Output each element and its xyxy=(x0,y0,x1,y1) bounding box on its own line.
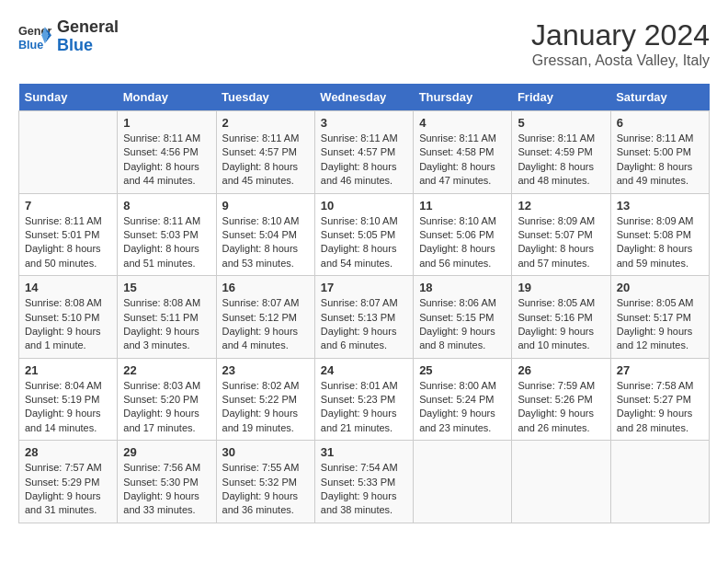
day-info: Sunrise: 8:11 AM Sunset: 4:56 PM Dayligh… xyxy=(123,132,200,186)
day-number: 14 xyxy=(25,281,111,294)
day-info: Sunrise: 8:10 AM Sunset: 5:05 PM Dayligh… xyxy=(321,215,398,269)
day-info: Sunrise: 8:11 AM Sunset: 4:58 PM Dayligh… xyxy=(419,132,496,186)
day-info: Sunrise: 7:54 AM Sunset: 5:33 PM Dayligh… xyxy=(321,462,398,515)
day-number: 30 xyxy=(222,445,309,459)
page-subtitle: Gressan, Aosta Valley, Italy xyxy=(531,52,710,69)
day-number: 22 xyxy=(123,363,210,377)
day-number: 17 xyxy=(321,281,407,294)
day-number: 21 xyxy=(25,363,111,377)
day-info: Sunrise: 7:58 AM Sunset: 5:27 PM Dayligh… xyxy=(617,380,694,433)
day-info: Sunrise: 8:10 AM Sunset: 5:04 PM Dayligh… xyxy=(222,215,300,269)
day-number: 6 xyxy=(617,116,703,130)
day-info: Sunrise: 7:59 AM Sunset: 5:26 PM Dayligh… xyxy=(518,380,595,433)
calendar-cell xyxy=(414,441,512,523)
day-info: Sunrise: 8:07 AM Sunset: 5:13 PM Dayligh… xyxy=(321,297,398,350)
calendar-cell xyxy=(19,111,118,194)
weekday-header-tuesday: Tuesday xyxy=(216,84,314,111)
day-number: 25 xyxy=(419,363,506,377)
day-info: Sunrise: 8:02 AM Sunset: 5:22 PM Dayligh… xyxy=(222,380,300,433)
calendar-cell: 8Sunrise: 8:11 AM Sunset: 5:03 PM Daylig… xyxy=(118,193,216,276)
day-number: 10 xyxy=(321,199,407,213)
calendar-cell xyxy=(610,441,709,523)
day-number: 11 xyxy=(419,199,506,213)
day-number: 24 xyxy=(321,363,407,377)
page-title: January 2024 xyxy=(531,18,710,52)
weekday-header-sunday: Sunday xyxy=(19,84,118,111)
day-info: Sunrise: 8:09 AM Sunset: 5:08 PM Dayligh… xyxy=(617,215,694,269)
day-number: 5 xyxy=(518,116,604,130)
day-info: Sunrise: 8:10 AM Sunset: 5:06 PM Dayligh… xyxy=(419,215,496,269)
calendar-cell: 3Sunrise: 8:11 AM Sunset: 4:57 PM Daylig… xyxy=(314,111,413,194)
calendar-cell xyxy=(512,441,610,523)
day-info: Sunrise: 8:05 AM Sunset: 5:16 PM Dayligh… xyxy=(518,297,595,350)
day-number: 26 xyxy=(518,363,604,377)
calendar-cell: 4Sunrise: 8:11 AM Sunset: 4:58 PM Daylig… xyxy=(414,111,512,194)
calendar-cell: 11Sunrise: 8:10 AM Sunset: 5:06 PM Dayli… xyxy=(414,193,512,276)
day-info: Sunrise: 8:01 AM Sunset: 5:23 PM Dayligh… xyxy=(321,380,398,433)
day-info: Sunrise: 8:07 AM Sunset: 5:12 PM Dayligh… xyxy=(222,297,300,350)
calendar-cell: 30Sunrise: 7:55 AM Sunset: 5:32 PM Dayli… xyxy=(216,441,314,523)
day-number: 29 xyxy=(123,445,210,459)
calendar-cell: 23Sunrise: 8:02 AM Sunset: 5:22 PM Dayli… xyxy=(216,358,314,441)
weekday-header-monday: Monday xyxy=(118,84,216,111)
day-info: Sunrise: 7:55 AM Sunset: 5:32 PM Dayligh… xyxy=(222,462,300,515)
day-number: 8 xyxy=(123,199,210,213)
day-info: Sunrise: 8:03 AM Sunset: 5:20 PM Dayligh… xyxy=(123,380,200,433)
calendar-cell: 10Sunrise: 8:10 AM Sunset: 5:05 PM Dayli… xyxy=(314,193,413,276)
day-number: 31 xyxy=(321,445,407,459)
day-number: 3 xyxy=(321,116,407,130)
day-number: 19 xyxy=(518,281,604,294)
calendar-cell: 26Sunrise: 7:59 AM Sunset: 5:26 PM Dayli… xyxy=(512,358,610,441)
calendar-cell: 21Sunrise: 8:04 AM Sunset: 5:19 PM Dayli… xyxy=(19,358,118,441)
day-number: 20 xyxy=(617,281,703,294)
day-number: 15 xyxy=(123,281,210,294)
calendar-week-row: 1Sunrise: 8:11 AM Sunset: 4:56 PM Daylig… xyxy=(19,111,710,194)
page-header: General Blue General Blue January 2024 G… xyxy=(18,18,710,69)
calendar-cell: 19Sunrise: 8:05 AM Sunset: 5:16 PM Dayli… xyxy=(512,276,610,359)
calendar-cell: 14Sunrise: 8:08 AM Sunset: 5:10 PM Dayli… xyxy=(19,276,118,359)
day-number: 12 xyxy=(518,199,604,213)
day-info: Sunrise: 8:11 AM Sunset: 5:01 PM Dayligh… xyxy=(25,215,102,269)
day-info: Sunrise: 8:08 AM Sunset: 5:11 PM Dayligh… xyxy=(123,297,200,350)
day-number: 16 xyxy=(222,281,309,294)
calendar-cell: 24Sunrise: 8:01 AM Sunset: 5:23 PM Dayli… xyxy=(314,358,413,441)
day-number: 1 xyxy=(123,116,210,130)
calendar-cell: 22Sunrise: 8:03 AM Sunset: 5:20 PM Dayli… xyxy=(118,358,216,441)
calendar-cell: 7Sunrise: 8:11 AM Sunset: 5:01 PM Daylig… xyxy=(19,193,118,276)
calendar-cell: 16Sunrise: 8:07 AM Sunset: 5:12 PM Dayli… xyxy=(216,276,314,359)
day-number: 13 xyxy=(617,199,703,213)
day-number: 2 xyxy=(222,116,309,130)
calendar-week-row: 7Sunrise: 8:11 AM Sunset: 5:01 PM Daylig… xyxy=(19,193,710,276)
weekday-header-thursday: Thursday xyxy=(414,84,512,111)
day-info: Sunrise: 8:05 AM Sunset: 5:17 PM Dayligh… xyxy=(617,297,694,350)
title-block: January 2024 Gressan, Aosta Valley, Ital… xyxy=(531,18,710,69)
day-info: Sunrise: 8:11 AM Sunset: 5:00 PM Dayligh… xyxy=(617,132,694,186)
day-info: Sunrise: 8:04 AM Sunset: 5:19 PM Dayligh… xyxy=(25,380,102,433)
day-number: 18 xyxy=(419,281,506,294)
day-info: Sunrise: 8:11 AM Sunset: 5:03 PM Dayligh… xyxy=(123,215,200,269)
day-number: 28 xyxy=(25,445,111,459)
calendar-cell: 25Sunrise: 8:00 AM Sunset: 5:24 PM Dayli… xyxy=(414,358,512,441)
calendar-table: SundayMondayTuesdayWednesdayThursdayFrid… xyxy=(18,84,710,523)
svg-text:Blue: Blue xyxy=(18,38,43,51)
calendar-cell: 29Sunrise: 7:56 AM Sunset: 5:30 PM Dayli… xyxy=(118,441,216,523)
calendar-cell: 15Sunrise: 8:08 AM Sunset: 5:11 PM Dayli… xyxy=(118,276,216,359)
day-info: Sunrise: 8:11 AM Sunset: 4:59 PM Dayligh… xyxy=(518,132,595,186)
day-info: Sunrise: 8:00 AM Sunset: 5:24 PM Dayligh… xyxy=(419,380,496,433)
day-info: Sunrise: 7:57 AM Sunset: 5:29 PM Dayligh… xyxy=(25,462,102,515)
day-info: Sunrise: 8:06 AM Sunset: 5:15 PM Dayligh… xyxy=(419,297,496,350)
calendar-week-row: 28Sunrise: 7:57 AM Sunset: 5:29 PM Dayli… xyxy=(19,441,710,523)
calendar-cell: 12Sunrise: 8:09 AM Sunset: 5:07 PM Dayli… xyxy=(512,193,610,276)
calendar-cell: 5Sunrise: 8:11 AM Sunset: 4:59 PM Daylig… xyxy=(512,111,610,194)
calendar-cell: 13Sunrise: 8:09 AM Sunset: 5:08 PM Dayli… xyxy=(610,193,709,276)
weekday-header-row: SundayMondayTuesdayWednesdayThursdayFrid… xyxy=(19,84,710,111)
calendar-cell: 2Sunrise: 8:11 AM Sunset: 4:57 PM Daylig… xyxy=(216,111,314,194)
calendar-cell: 27Sunrise: 7:58 AM Sunset: 5:27 PM Dayli… xyxy=(610,358,709,441)
logo-general: General xyxy=(57,18,119,37)
day-info: Sunrise: 8:11 AM Sunset: 4:57 PM Dayligh… xyxy=(321,132,398,186)
weekday-header-friday: Friday xyxy=(512,84,610,111)
logo: General Blue General Blue xyxy=(18,18,119,55)
calendar-cell: 20Sunrise: 8:05 AM Sunset: 5:17 PM Dayli… xyxy=(610,276,709,359)
day-info: Sunrise: 8:09 AM Sunset: 5:07 PM Dayligh… xyxy=(518,215,595,269)
logo-icon: General Blue xyxy=(18,20,51,53)
